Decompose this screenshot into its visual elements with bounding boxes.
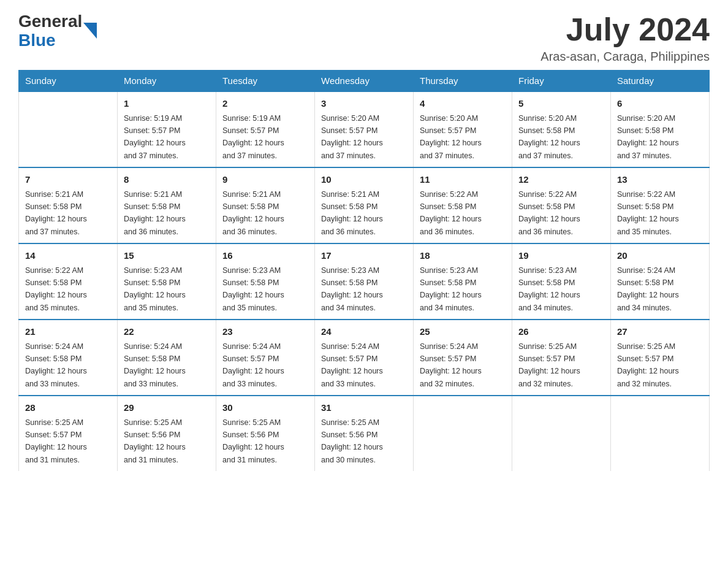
- calendar-header-friday: Friday: [512, 71, 611, 92]
- calendar-cell: 10Sunrise: 5:21 AM Sunset: 5:58 PM Dayli…: [315, 167, 414, 243]
- calendar-header-row: SundayMondayTuesdayWednesdayThursdayFrid…: [19, 71, 710, 92]
- day-info: Sunrise: 5:20 AM Sunset: 5:57 PM Dayligh…: [420, 114, 482, 160]
- calendar-cell: 12Sunrise: 5:22 AM Sunset: 5:58 PM Dayli…: [512, 167, 611, 243]
- calendar-cell: 8Sunrise: 5:21 AM Sunset: 5:58 PM Daylig…: [118, 167, 216, 243]
- title-block: July 2024 Aras-asan, Caraga, Philippines: [540, 12, 710, 64]
- logo-triangle-icon: [83, 23, 97, 41]
- calendar-header-monday: Monday: [118, 71, 216, 92]
- day-info: Sunrise: 5:24 AM Sunset: 5:58 PM Dayligh…: [617, 266, 679, 312]
- day-info: Sunrise: 5:20 AM Sunset: 5:58 PM Dayligh…: [518, 114, 580, 160]
- day-number: 14: [25, 249, 111, 263]
- day-info: Sunrise: 5:25 AM Sunset: 5:56 PM Dayligh…: [321, 418, 383, 464]
- calendar-cell: 5Sunrise: 5:20 AM Sunset: 5:58 PM Daylig…: [512, 91, 611, 167]
- day-info: Sunrise: 5:22 AM Sunset: 5:58 PM Dayligh…: [617, 190, 679, 236]
- calendar-cell: 18Sunrise: 5:23 AM Sunset: 5:58 PM Dayli…: [414, 243, 512, 320]
- day-info: Sunrise: 5:23 AM Sunset: 5:58 PM Dayligh…: [518, 266, 580, 312]
- day-info: Sunrise: 5:23 AM Sunset: 5:58 PM Dayligh…: [222, 266, 284, 312]
- day-info: Sunrise: 5:20 AM Sunset: 5:58 PM Dayligh…: [617, 114, 679, 160]
- calendar-cell: 4Sunrise: 5:20 AM Sunset: 5:57 PM Daylig…: [414, 91, 512, 167]
- calendar-header-sunday: Sunday: [19, 71, 118, 92]
- day-info: Sunrise: 5:21 AM Sunset: 5:58 PM Dayligh…: [321, 190, 383, 236]
- calendar-header-tuesday: Tuesday: [216, 71, 315, 92]
- calendar-cell: 27Sunrise: 5:25 AM Sunset: 5:57 PM Dayli…: [611, 320, 710, 396]
- calendar-cell: 24Sunrise: 5:24 AM Sunset: 5:57 PM Dayli…: [315, 320, 414, 396]
- logo-blue: Blue: [18, 31, 82, 50]
- calendar-cell: 29Sunrise: 5:25 AM Sunset: 5:56 PM Dayli…: [118, 396, 216, 471]
- calendar-week-row: 14Sunrise: 5:22 AM Sunset: 5:58 PM Dayli…: [19, 243, 710, 320]
- calendar-cell: 19Sunrise: 5:23 AM Sunset: 5:58 PM Dayli…: [512, 243, 611, 320]
- day-number: 21: [25, 325, 111, 339]
- calendar-cell: 15Sunrise: 5:23 AM Sunset: 5:58 PM Dayli…: [118, 243, 216, 320]
- day-info: Sunrise: 5:24 AM Sunset: 5:58 PM Dayligh…: [25, 342, 87, 388]
- location: Aras-asan, Caraga, Philippines: [540, 50, 710, 64]
- day-info: Sunrise: 5:20 AM Sunset: 5:57 PM Dayligh…: [321, 114, 383, 160]
- day-number: 22: [124, 325, 210, 339]
- calendar-cell: 9Sunrise: 5:21 AM Sunset: 5:58 PM Daylig…: [216, 167, 315, 243]
- day-number: 29: [124, 401, 210, 415]
- calendar-cell: 28Sunrise: 5:25 AM Sunset: 5:57 PM Dayli…: [19, 396, 118, 471]
- day-number: 2: [222, 97, 308, 111]
- calendar-cell: [19, 91, 118, 167]
- day-number: 20: [617, 249, 703, 263]
- calendar-cell: 14Sunrise: 5:22 AM Sunset: 5:58 PM Dayli…: [19, 243, 118, 320]
- day-info: Sunrise: 5:25 AM Sunset: 5:56 PM Dayligh…: [124, 418, 186, 464]
- day-info: Sunrise: 5:22 AM Sunset: 5:58 PM Dayligh…: [25, 266, 87, 312]
- day-number: 7: [25, 173, 111, 187]
- logo: General Blue: [18, 12, 97, 50]
- calendar-cell: 6Sunrise: 5:20 AM Sunset: 5:58 PM Daylig…: [611, 91, 710, 167]
- calendar-cell: 1Sunrise: 5:19 AM Sunset: 5:57 PM Daylig…: [118, 91, 216, 167]
- day-number: 9: [222, 173, 308, 187]
- calendar-cell: [414, 396, 512, 471]
- day-number: 18: [420, 249, 506, 263]
- page-header: General Blue July 2024 Aras-asan, Caraga…: [18, 12, 710, 64]
- calendar-cell: 23Sunrise: 5:24 AM Sunset: 5:57 PM Dayli…: [216, 320, 315, 396]
- day-info: Sunrise: 5:21 AM Sunset: 5:58 PM Dayligh…: [222, 190, 284, 236]
- calendar-header-thursday: Thursday: [414, 71, 512, 92]
- day-number: 10: [321, 173, 407, 187]
- calendar-week-row: 28Sunrise: 5:25 AM Sunset: 5:57 PM Dayli…: [19, 396, 710, 471]
- day-info: Sunrise: 5:24 AM Sunset: 5:57 PM Dayligh…: [222, 342, 284, 388]
- calendar-week-row: 21Sunrise: 5:24 AM Sunset: 5:58 PM Dayli…: [19, 320, 710, 396]
- month-year: July 2024: [540, 12, 710, 47]
- day-info: Sunrise: 5:25 AM Sunset: 5:57 PM Dayligh…: [518, 342, 580, 388]
- day-info: Sunrise: 5:19 AM Sunset: 5:57 PM Dayligh…: [124, 114, 186, 160]
- day-number: 23: [222, 325, 308, 339]
- day-number: 17: [321, 249, 407, 263]
- day-info: Sunrise: 5:24 AM Sunset: 5:57 PM Dayligh…: [321, 342, 383, 388]
- day-number: 31: [321, 401, 407, 415]
- day-number: 28: [25, 401, 111, 415]
- day-number: 27: [617, 325, 703, 339]
- calendar-cell: 26Sunrise: 5:25 AM Sunset: 5:57 PM Dayli…: [512, 320, 611, 396]
- day-number: 8: [124, 173, 210, 187]
- calendar-cell: [611, 396, 710, 471]
- day-number: 30: [222, 401, 308, 415]
- day-number: 24: [321, 325, 407, 339]
- day-number: 11: [420, 173, 506, 187]
- day-number: 19: [518, 249, 604, 263]
- day-info: Sunrise: 5:24 AM Sunset: 5:57 PM Dayligh…: [420, 342, 482, 388]
- day-number: 4: [420, 97, 506, 111]
- day-number: 1: [124, 97, 210, 111]
- day-info: Sunrise: 5:22 AM Sunset: 5:58 PM Dayligh…: [518, 190, 580, 236]
- calendar-cell: 31Sunrise: 5:25 AM Sunset: 5:56 PM Dayli…: [315, 396, 414, 471]
- day-number: 5: [518, 97, 604, 111]
- day-info: Sunrise: 5:23 AM Sunset: 5:58 PM Dayligh…: [321, 266, 383, 312]
- calendar-cell: 17Sunrise: 5:23 AM Sunset: 5:58 PM Dayli…: [315, 243, 414, 320]
- calendar-week-row: 1Sunrise: 5:19 AM Sunset: 5:57 PM Daylig…: [19, 91, 710, 167]
- calendar-cell: 16Sunrise: 5:23 AM Sunset: 5:58 PM Dayli…: [216, 243, 315, 320]
- calendar-cell: 11Sunrise: 5:22 AM Sunset: 5:58 PM Dayli…: [414, 167, 512, 243]
- calendar-cell: 21Sunrise: 5:24 AM Sunset: 5:58 PM Dayli…: [19, 320, 118, 396]
- calendar-cell: 2Sunrise: 5:19 AM Sunset: 5:57 PM Daylig…: [216, 91, 315, 167]
- calendar-cell: 13Sunrise: 5:22 AM Sunset: 5:58 PM Dayli…: [611, 167, 710, 243]
- day-number: 6: [617, 97, 703, 111]
- day-info: Sunrise: 5:22 AM Sunset: 5:58 PM Dayligh…: [420, 190, 482, 236]
- day-info: Sunrise: 5:23 AM Sunset: 5:58 PM Dayligh…: [420, 266, 482, 312]
- day-number: 3: [321, 97, 407, 111]
- calendar-cell: 25Sunrise: 5:24 AM Sunset: 5:57 PM Dayli…: [414, 320, 512, 396]
- calendar-header-wednesday: Wednesday: [315, 71, 414, 92]
- day-number: 16: [222, 249, 308, 263]
- svg-marker-0: [83, 23, 97, 39]
- day-info: Sunrise: 5:25 AM Sunset: 5:57 PM Dayligh…: [617, 342, 679, 388]
- day-info: Sunrise: 5:24 AM Sunset: 5:58 PM Dayligh…: [124, 342, 186, 388]
- calendar-cell: 30Sunrise: 5:25 AM Sunset: 5:56 PM Dayli…: [216, 396, 315, 471]
